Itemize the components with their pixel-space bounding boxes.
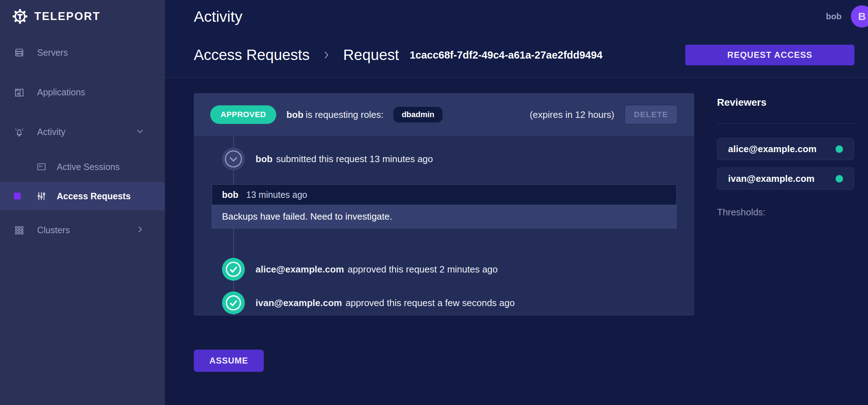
request-card-header: APPROVED bobis requesting roles: dbadmin… xyxy=(194,93,694,136)
content-area: APPROVED bobis requesting roles: dbadmin… xyxy=(165,78,868,405)
reviewers-title: Reviewers xyxy=(717,97,854,108)
username-label: bob xyxy=(826,11,842,21)
comment-header: bob 13 minutes ago xyxy=(212,185,676,205)
event-text: ivan@example.comapproved this request a … xyxy=(256,298,515,309)
request-detail-column: APPROVED bobis requesting roles: dbadmin… xyxy=(194,93,694,405)
delete-button[interactable]: DELETE xyxy=(624,105,678,125)
sidebar-item-label: Access Requests xyxy=(57,191,131,201)
sliders-icon xyxy=(36,190,47,202)
timeline-event-approved-alice: alice@example.comapproved this request 2… xyxy=(222,258,498,281)
activity-bell-icon xyxy=(13,126,25,138)
event-description: approved this request 2 minutes ago xyxy=(348,264,498,275)
sidebar-item-clusters[interactable]: Clusters xyxy=(0,210,165,250)
assume-button[interactable]: ASSUME xyxy=(194,350,264,372)
reviewers-panel: Reviewers alice@example.com ivan@example… xyxy=(717,93,854,405)
expires-label: (expires in 12 hours) xyxy=(530,109,614,120)
role-chip: dbadmin xyxy=(393,107,443,122)
approved-check-icon xyxy=(222,291,245,314)
comment-box: bob 13 minutes ago Backups have failed. … xyxy=(212,184,677,229)
event-text: alice@example.comapproved this request 2… xyxy=(256,264,498,275)
request-timeline: bobsubmitted this request 13 minutes ago… xyxy=(194,136,694,316)
applications-icon xyxy=(13,86,25,99)
sidebar-item-label: Servers xyxy=(37,48,68,58)
event-description: approved this request a few seconds ago xyxy=(345,298,515,308)
thresholds-label: Thresholds: xyxy=(717,207,854,218)
breadcrumb-current: Request xyxy=(343,46,399,64)
selected-marker xyxy=(14,193,21,200)
reviewer-item: alice@example.com xyxy=(717,138,854,160)
chevron-down-icon xyxy=(135,126,145,139)
topbar: Activity bob B xyxy=(165,0,868,33)
breadcrumb: Access Requests Request 1cacc68f-7df2-49… xyxy=(165,33,868,78)
user-avatar[interactable]: B xyxy=(851,5,868,28)
app-window: T TELEPORT Servers xyxy=(0,0,868,405)
reviewer-item: ivan@example.com xyxy=(717,168,854,190)
clusters-grid-icon xyxy=(13,224,25,236)
comment-message: Backups have failed. Need to investigate… xyxy=(212,205,676,228)
teleport-logo[interactable]: T TELEPORT xyxy=(0,0,165,33)
approved-status-dot xyxy=(836,145,843,153)
approved-check-icon xyxy=(222,258,245,281)
topbar-user: bob B xyxy=(826,5,868,28)
sidebar-item-active-sessions[interactable]: Active Sessions xyxy=(0,152,165,182)
sidebar-item-label: Activity xyxy=(37,127,65,137)
sidebar-item-activity[interactable]: Activity xyxy=(0,112,165,152)
breadcrumb-parent-link[interactable]: Access Requests xyxy=(194,46,309,64)
breadcrumb-chevron-icon xyxy=(320,49,332,61)
event-actor: alice@example.com xyxy=(256,264,344,275)
approved-status-dot xyxy=(836,175,843,182)
reviewer-email: ivan@example.com xyxy=(728,173,814,184)
servers-icon xyxy=(13,47,25,59)
sidebar-item-label: Active Sessions xyxy=(57,162,120,172)
sidebar-item-servers[interactable]: Servers xyxy=(0,33,165,72)
sidebar-item-access-requests[interactable]: Access Requests xyxy=(0,182,165,210)
comment-author: bob xyxy=(222,190,238,200)
submitted-chevron-icon xyxy=(222,148,245,170)
terminal-icon xyxy=(36,161,47,172)
reviewers-divider xyxy=(717,123,854,124)
sidebar: T TELEPORT Servers xyxy=(0,0,165,405)
event-actor: ivan@example.com xyxy=(256,298,342,308)
event-text: bobsubmitted this request 13 minutes ago xyxy=(256,154,433,165)
comment-timestamp: 13 minutes ago xyxy=(246,190,307,200)
chevron-right-icon xyxy=(135,224,145,237)
sidebar-item-applications[interactable]: Applications xyxy=(0,72,165,112)
requesting-text: is requesting roles: xyxy=(306,109,383,120)
request-summary: bobis requesting roles: xyxy=(286,109,383,120)
request-id: 1cacc68f-7df2-49c4-a61a-27ae2fdd9494 xyxy=(410,49,602,61)
timeline-event-approved-ivan: ivan@example.comapproved this request a … xyxy=(222,291,515,314)
teleport-gear-icon: T xyxy=(12,9,28,24)
brand-name: TELEPORT xyxy=(34,10,100,23)
svg-text:T: T xyxy=(18,12,22,21)
event-actor: bob xyxy=(256,154,273,164)
requester-name: bob xyxy=(286,109,303,120)
event-description: submitted this request 13 minutes ago xyxy=(276,154,433,164)
sidebar-item-label: Clusters xyxy=(37,225,70,235)
reviewer-email: alice@example.com xyxy=(728,144,817,155)
main-area: Activity bob B Access Requests Request 1… xyxy=(165,0,868,405)
timeline-event-submitted: bobsubmitted this request 13 minutes ago xyxy=(222,148,433,170)
sidebar-item-label: Applications xyxy=(37,87,85,98)
page-title: Activity xyxy=(194,8,242,25)
request-access-button[interactable]: REQUEST ACCESS xyxy=(685,45,854,65)
request-card: APPROVED bobis requesting roles: dbadmin… xyxy=(194,93,694,316)
status-badge: APPROVED xyxy=(210,105,276,124)
